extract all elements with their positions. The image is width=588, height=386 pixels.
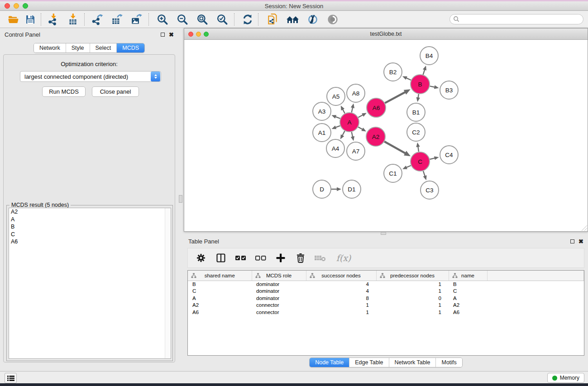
table-cell[interactable]: dominator xyxy=(252,288,306,295)
show-panels-button[interactable] xyxy=(5,373,17,383)
mcds-result-item[interactable]: B xyxy=(9,223,171,231)
minimize-window-button[interactable] xyxy=(14,3,19,9)
zoom-selected-button[interactable] xyxy=(214,12,231,27)
open-session-button[interactable] xyxy=(5,12,22,27)
zoom-fit-button[interactable] xyxy=(194,12,211,27)
graph-edge-C-C4[interactable] xyxy=(430,158,435,159)
create-column-button[interactable] xyxy=(274,251,287,265)
export-network-button[interactable] xyxy=(89,12,106,27)
column-header-predecessor-nodes[interactable]: predecessor nodes xyxy=(376,271,449,281)
tab-network-table[interactable]: Network Table xyxy=(389,358,436,367)
table-row[interactable]: Adominator80A xyxy=(188,295,584,302)
table-settings-button[interactable] xyxy=(194,251,208,265)
vertical-splitter-grip[interactable] xyxy=(179,195,182,203)
mcds-result-item[interactable]: C xyxy=(9,231,171,238)
apply-layout-button[interactable] xyxy=(239,12,256,27)
scrollbar-track[interactable] xyxy=(165,208,171,358)
graph-edge-C-C3[interactable] xyxy=(423,171,425,176)
tab-style[interactable]: Style xyxy=(66,43,90,52)
show-hide-button[interactable] xyxy=(324,12,341,27)
graph-edge-C-C2[interactable] xyxy=(418,146,419,152)
table-cell[interactable]: A xyxy=(188,295,252,302)
mcds-result-item[interactable]: A6 xyxy=(9,238,171,246)
optimization-criterion-select[interactable]: largest connected component (directed) xyxy=(20,71,161,82)
import-table-button[interactable] xyxy=(64,12,81,27)
graph-edge-A-A4[interactable] xyxy=(342,131,345,136)
run-mcds-button[interactable]: Run MCDS xyxy=(42,86,86,97)
graph-edge-A-A6[interactable] xyxy=(358,114,363,117)
maximize-window-button[interactable] xyxy=(23,3,28,9)
graph-edge-A-A8[interactable] xyxy=(352,107,353,113)
search-input[interactable] xyxy=(449,14,583,24)
graph-edge-A2-C[interactable] xyxy=(384,142,406,153)
table-cell[interactable]: dominator xyxy=(252,281,306,288)
table-cell[interactable]: A2 xyxy=(188,302,252,309)
graph-edge-A-A3[interactable] xyxy=(335,117,340,119)
import-network-button[interactable] xyxy=(45,12,62,27)
table-cell[interactable]: 0 xyxy=(376,295,449,302)
tab-mcds[interactable]: MCDS xyxy=(116,43,144,52)
delete-table-button[interactable] xyxy=(314,251,327,265)
network-from-file-button[interactable] xyxy=(264,12,282,27)
close-panel-icon[interactable]: ✖ xyxy=(578,239,583,243)
network-window-titlebar[interactable]: testGlobe.txt xyxy=(184,29,588,40)
table-cell[interactable]: 4 xyxy=(306,281,376,288)
home-browser-button[interactable] xyxy=(284,12,301,27)
deselect-all-button[interactable] xyxy=(254,251,268,265)
table-cell[interactable]: 1 xyxy=(306,302,376,309)
mcds-result-item[interactable]: A2 xyxy=(9,208,171,216)
table-row[interactable]: Cdominator41C xyxy=(188,288,584,295)
table-row[interactable]: Bdominator41B xyxy=(188,281,584,288)
table-cell[interactable]: C xyxy=(188,288,252,295)
graph-edge-A-A7[interactable] xyxy=(352,132,353,137)
graph-edge-C-C1[interactable] xyxy=(406,166,411,168)
mcds-result-item[interactable]: A xyxy=(9,216,171,224)
table-cell[interactable]: B xyxy=(188,281,252,288)
table-cell[interactable]: 1 xyxy=(306,309,376,316)
column-header-shared-name[interactable]: shared name xyxy=(188,271,252,281)
table-cell[interactable]: 1 xyxy=(376,281,449,288)
graph-edge-A6-B[interactable] xyxy=(385,92,405,103)
float-panel-icon[interactable] xyxy=(570,239,574,243)
table-cell[interactable]: 4 xyxy=(306,288,376,295)
tab-edge-table[interactable]: Edge Table xyxy=(349,358,388,367)
close-network-window-button[interactable] xyxy=(188,32,193,37)
close-panel-button[interactable]: Close panel xyxy=(92,86,139,97)
graph-edge-B-B3[interactable] xyxy=(430,86,435,87)
table-row[interactable]: A6connector11A6 xyxy=(188,309,584,316)
graphics-details-button[interactable] xyxy=(304,12,321,27)
network-canvas[interactable]: B4B2BB3A8A5A6A3B1AA1C2A2A4A7C4CC1C3DD1 xyxy=(184,40,588,231)
close-window-button[interactable] xyxy=(5,3,10,9)
graph-edge-B-B4[interactable] xyxy=(423,69,425,75)
table-row[interactable]: A2connector11A2 xyxy=(188,302,584,309)
close-panel-icon[interactable]: ✖ xyxy=(169,33,174,37)
maximize-network-window-button[interactable] xyxy=(204,32,209,37)
tab-select[interactable]: Select xyxy=(90,43,117,52)
table-cell[interactable]: connector xyxy=(252,309,306,316)
tab-node-table[interactable]: Node Table xyxy=(310,358,349,367)
table-cell[interactable]: A2 xyxy=(449,302,487,309)
function-builder-button[interactable]: f(x) xyxy=(334,251,354,265)
column-header-MCDS-role[interactable]: MCDS role xyxy=(252,271,306,281)
table-cell[interactable]: B xyxy=(449,281,487,288)
tab-network[interactable]: Network xyxy=(34,43,66,52)
tab-motifs[interactable]: Motifs xyxy=(435,358,462,367)
table-cell[interactable]: dominator xyxy=(252,295,306,302)
column-header-successor-nodes[interactable]: successor nodes xyxy=(306,271,376,281)
table-cell[interactable]: C xyxy=(449,288,487,295)
graph-edge-A-A1[interactable] xyxy=(335,126,340,128)
minimize-network-window-button[interactable] xyxy=(196,32,201,37)
table-cell[interactable]: 1 xyxy=(376,309,449,316)
graph-edge-B-B2[interactable] xyxy=(406,78,411,80)
save-session-button[interactable] xyxy=(22,12,39,27)
export-table-button[interactable] xyxy=(108,12,125,27)
table-cell[interactable]: 1 xyxy=(376,302,449,309)
column-header-name[interactable]: name xyxy=(449,271,487,281)
select-all-button[interactable] xyxy=(234,251,248,265)
zoom-in-button[interactable] xyxy=(154,12,171,27)
table-cell[interactable]: 8 xyxy=(306,295,376,302)
table-cell[interactable]: connector xyxy=(252,302,306,309)
table-cell[interactable]: 1 xyxy=(376,288,449,295)
table-cell[interactable]: A xyxy=(449,295,487,302)
float-panel-icon[interactable] xyxy=(161,33,165,37)
